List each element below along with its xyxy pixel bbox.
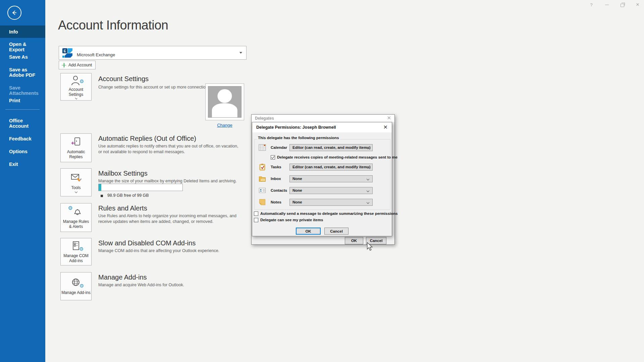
com-addins-icon: ⚙ bbox=[69, 240, 84, 252]
meeting-copies-checkbox[interactable] bbox=[271, 155, 275, 160]
sidebar-divider bbox=[5, 109, 40, 110]
see-private-items-label: Delegate can see my private items bbox=[260, 218, 323, 222]
auto-send-summary-label: Automatically send a message to delegate… bbox=[260, 212, 398, 216]
manage-com-addins-tile-button[interactable]: ⚙ Manage COM Add-ins bbox=[60, 238, 92, 265]
section-heading-rules-alerts: Rules and Alerts bbox=[98, 204, 147, 212]
sidebar-item-options[interactable]: Options bbox=[0, 149, 45, 154]
section-heading-com-addins: Slow and Disabled COM Add-ins bbox=[98, 239, 196, 247]
backstage-sidebar: Info Open & Export Save As Save as Adobe… bbox=[0, 0, 45, 362]
manage-rules-tile-button[interactable]: ⚙ Manage Rules & Alerts bbox=[60, 203, 92, 232]
section-heading-account-settings: Account Settings bbox=[98, 75, 149, 83]
account-selector-value: Microsoft Exchange bbox=[77, 52, 115, 57]
mailbox-tools-icon bbox=[69, 172, 84, 184]
inbox-permission-value: None bbox=[292, 177, 302, 181]
chevron-down-icon bbox=[74, 190, 77, 193]
inbox-icon bbox=[259, 175, 266, 182]
page-title: Account Information bbox=[58, 18, 168, 33]
rules-alerts-icon: ⚙ bbox=[69, 206, 84, 218]
account-settings-tile-button[interactable]: ⚙ Account Settings bbox=[60, 73, 92, 101]
manage-addins-tile-button[interactable]: ⚙ Manage Add-ins bbox=[60, 272, 92, 300]
inbox-permission-dropdown[interactable]: None bbox=[289, 175, 373, 182]
help-icon[interactable]: ? bbox=[586, 0, 596, 9]
chevron-down-icon bbox=[367, 201, 369, 204]
calendar-row-label: Calendar bbox=[271, 145, 287, 149]
section-desc-rules-alerts: Use Rules and Alerts to help organize yo… bbox=[98, 213, 243, 225]
storage-legend-square bbox=[101, 195, 103, 197]
chevron-down-icon bbox=[75, 97, 77, 99]
notes-permission-dropdown[interactable]: None bbox=[289, 199, 373, 206]
notes-permission-value: None bbox=[292, 200, 302, 204]
section-desc-automatic-replies: Use automatic replies to notify others t… bbox=[98, 143, 243, 155]
sidebar-item-save-adobe-pdf[interactable]: Save as Adobe PDF bbox=[0, 67, 45, 78]
delegates-ok-button[interactable]: OK bbox=[345, 237, 363, 244]
chevron-down-icon bbox=[367, 189, 369, 192]
calendar-permission-value: Editor (can read, create, and modify ite… bbox=[292, 145, 371, 149]
account-settings-icon: ⚙ bbox=[69, 75, 84, 86]
automatic-replies-tile-button[interactable]: Automatic Replies bbox=[60, 133, 92, 162]
delegates-dialog-titlebar[interactable]: Delegates ✕ bbox=[252, 115, 394, 122]
see-private-items-checkbox[interactable] bbox=[254, 218, 258, 222]
restore-icon[interactable] bbox=[617, 0, 627, 9]
sidebar-item-office-account[interactable]: Office Account bbox=[0, 118, 45, 129]
tile-label: Tools bbox=[71, 185, 80, 190]
add-account-label: Add Account bbox=[68, 63, 92, 67]
permissions-ok-button[interactable]: OK bbox=[296, 228, 321, 235]
sidebar-item-open-export[interactable]: Open & Export bbox=[0, 42, 45, 52]
contacts-permission-dropdown[interactable]: None bbox=[289, 187, 373, 194]
permissions-dialog-title: Delegate Permissions: Joseph Brownell bbox=[256, 125, 336, 130]
auto-send-summary-checkbox[interactable] bbox=[254, 212, 258, 216]
sidebar-item-info[interactable]: Info bbox=[0, 25, 45, 38]
section-desc-mailbox-settings: Manage the size of your mailbox by empty… bbox=[98, 178, 243, 184]
back-arrow-icon bbox=[11, 9, 18, 16]
notes-row-label: Notes bbox=[271, 200, 281, 204]
tasks-permission-value: Editor (can read, create, and modify ite… bbox=[292, 165, 371, 169]
exchange-logo-icon: E bbox=[62, 48, 73, 58]
section-heading-mailbox-settings: Mailbox Settings bbox=[98, 170, 148, 177]
permissions-dialog-titlebar[interactable]: Delegate Permissions: Joseph Brownell ✕ bbox=[252, 122, 392, 132]
gear-icon: ⚙ bbox=[68, 205, 73, 211]
sidebar-item-exit[interactable]: Exit bbox=[0, 162, 45, 167]
manage-addins-icon: ⚙ bbox=[69, 277, 84, 289]
contacts-icon bbox=[259, 187, 266, 194]
tasks-icon bbox=[259, 163, 266, 171]
close-icon[interactable]: ✕ bbox=[387, 115, 391, 121]
delegates-dialog-title: Delegates bbox=[255, 116, 274, 121]
permissions-cancel-button[interactable]: Cancel bbox=[324, 228, 348, 235]
close-icon[interactable]: × bbox=[633, 0, 643, 9]
plus-icon bbox=[62, 63, 66, 67]
tasks-row-label: Tasks bbox=[271, 165, 281, 169]
profile-photo-placeholder bbox=[208, 86, 241, 118]
gear-icon: ⚙ bbox=[79, 284, 84, 289]
contacts-permission-value: None bbox=[292, 188, 302, 192]
automatic-replies-icon bbox=[69, 136, 84, 148]
storage-legend-label: 98.9 GB free of 99 GB bbox=[107, 193, 149, 198]
mouse-cursor bbox=[367, 242, 373, 252]
section-desc-account-settings: Change settings for this account or set … bbox=[98, 84, 212, 90]
window-titlebar: ? × bbox=[0, 0, 644, 10]
tasks-permission-dropdown[interactable]: Editor (can read, create, and modify ite… bbox=[289, 164, 373, 171]
change-photo-link[interactable]: Change bbox=[205, 123, 244, 128]
calendar-permission-dropdown[interactable]: Editor (can read, create, and modify ite… bbox=[289, 144, 373, 151]
sidebar-item-save-as[interactable]: Save As bbox=[0, 54, 45, 60]
gear-icon: ⚙ bbox=[79, 79, 84, 84]
section-heading-manage-addins: Manage Add-ins bbox=[98, 274, 147, 281]
tile-label: Manage COM Add-ins bbox=[61, 253, 91, 263]
account-selector-dropdown[interactable]: E Microsoft Exchange bbox=[59, 46, 247, 60]
mailbox-storage-fill bbox=[99, 184, 101, 191]
mailbox-tools-tile-button[interactable]: Tools bbox=[60, 168, 92, 196]
add-account-button[interactable]: Add Account bbox=[59, 61, 96, 69]
close-icon[interactable]: ✕ bbox=[383, 124, 388, 130]
tile-label: Account Settings bbox=[61, 87, 91, 97]
sidebar-item-feedback[interactable]: Feedback bbox=[0, 136, 45, 141]
sidebar-item-save-attachments: Save Attachments bbox=[0, 85, 45, 96]
chevron-down-icon bbox=[239, 52, 242, 54]
svg-text:E: E bbox=[64, 49, 66, 53]
minimize-icon[interactable] bbox=[602, 0, 612, 9]
inbox-row-label: Inbox bbox=[271, 177, 281, 181]
tile-label: Manage Add-ins bbox=[61, 290, 91, 295]
profile-photo bbox=[205, 83, 244, 120]
section-heading-automatic-replies: Automatic Replies (Out of Office) bbox=[98, 135, 196, 142]
section-desc-manage-addins: Manage and acquire Web Add-ins for Outlo… bbox=[98, 282, 243, 288]
delegate-permissions-dialog: Delegate Permissions: Joseph Brownell ✕ … bbox=[252, 122, 392, 236]
sidebar-item-print[interactable]: Print bbox=[0, 98, 45, 103]
